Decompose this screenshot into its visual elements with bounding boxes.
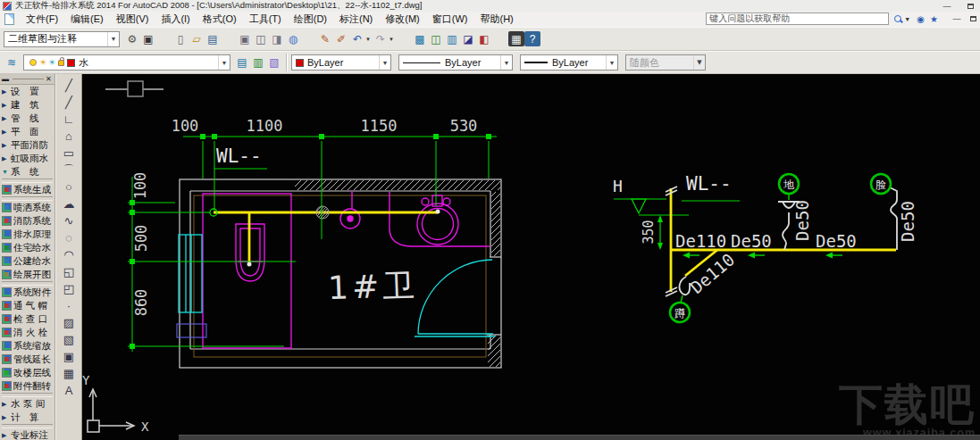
panel-grip[interactable] xyxy=(13,79,44,79)
layer-lock-icon[interactable] xyxy=(58,60,64,66)
search-caret-icon[interactable]: ▼ xyxy=(904,16,910,22)
sidebar-item-fire-system[interactable]: 消防系统 xyxy=(0,214,54,228)
plot-preview-icon[interactable]: ◫▼ xyxy=(253,31,269,46)
revcloud-icon[interactable]: ☁ xyxy=(56,195,81,212)
mtext-icon[interactable]: A xyxy=(56,382,81,399)
restore-button[interactable] xyxy=(963,1,977,11)
workspace-dropdown[interactable]: 二维草图与注释 ▼ xyxy=(4,31,120,47)
sidebar-item-building[interactable]: ▶ 建 筑 xyxy=(0,98,54,112)
gradient-icon[interactable]: ▧ xyxy=(56,331,81,348)
sidebar-item-system-generate[interactable]: 系统生成 xyxy=(0,183,54,196)
layer-freeze-icon[interactable]: ☀ xyxy=(39,58,46,67)
sidebar-item-accessory-flip[interactable]: 附件翻转 xyxy=(0,379,54,393)
make-block-icon[interactable]: ◰ xyxy=(56,280,81,297)
layer-properties-icon[interactable]: ▤ xyxy=(234,55,250,71)
menu-tools[interactable]: 工具(T) xyxy=(243,12,288,27)
tz-view-icon[interactable]: ▩▼ xyxy=(412,31,428,46)
save-icon[interactable]: ▤▼ xyxy=(205,31,221,46)
table-icon[interactable]: ▦ xyxy=(56,365,81,382)
menu-edit[interactable]: 编辑(E) xyxy=(64,12,110,27)
tz-frame-icon[interactable]: ◫▼ xyxy=(428,31,444,46)
sidebar-item-professional-annotation[interactable]: ▶ 专业标注 xyxy=(0,428,54,440)
lineweight-dropdown[interactable]: ByLayer ▼ xyxy=(520,54,618,71)
sidebar-item-system-accessories[interactable]: 系统附件 xyxy=(0,286,54,299)
rectangle-icon[interactable]: ▭ xyxy=(56,145,81,162)
minimize-button[interactable]: — xyxy=(940,1,954,11)
sidebar-item-residential-supply[interactable]: 住宅给水 xyxy=(0,241,54,254)
menu-modify[interactable]: 修改(M) xyxy=(379,12,426,27)
sidebar-item-plan[interactable]: ▶ 平 面 xyxy=(0,125,54,138)
menu-dimension[interactable]: 标注(N) xyxy=(333,12,379,27)
drawing-canvas[interactable]: 100 1100 1150 530 100 500 860 WL-- 1#卫 xyxy=(82,74,980,440)
sidebar-item-system[interactable]: ▼ 系 统 xyxy=(0,165,54,178)
menu-file[interactable]: 文件(F) xyxy=(20,12,64,27)
sidebar-item-vent-cap[interactable]: 通 气 帽 xyxy=(0,299,54,312)
tz-export-icon[interactable]: ◪▼ xyxy=(460,31,476,46)
sidebar-item-calculation[interactable]: ▶ 计 算 xyxy=(0,411,54,424)
sidebar-item-pipe-extend[interactable]: 管线延长 xyxy=(0,353,54,366)
region-icon[interactable]: ▣ xyxy=(56,348,81,365)
linetype-dropdown[interactable]: ByLayer ▼ xyxy=(398,54,513,71)
calculator-icon[interactable]: ▦▼ xyxy=(508,31,524,46)
polyline-icon[interactable]: ∟ xyxy=(56,111,81,128)
arc-icon[interactable]: ⌒ xyxy=(56,162,81,178)
point-icon[interactable]: · xyxy=(56,297,81,314)
tz-convert-icon[interactable]: ◧▼ xyxy=(476,31,492,46)
color-dropdown[interactable]: ByLayer ▼ xyxy=(291,54,391,71)
doc-minimize-button[interactable]: — xyxy=(950,14,964,24)
help-search-input[interactable] xyxy=(706,12,889,25)
layer-previous-icon[interactable]: ▧ xyxy=(266,55,282,71)
ellipse-icon[interactable]: ◌ xyxy=(56,229,81,246)
menu-format[interactable]: 格式(O) xyxy=(197,12,243,27)
web-publish-icon[interactable]: ◍▼ xyxy=(285,31,301,46)
sidebar-item-siphon-rain[interactable]: ▶ 虹吸雨水 xyxy=(0,152,54,165)
line-icon[interactable]: ╱ xyxy=(56,77,81,94)
communication-center-icon[interactable]: ◉ xyxy=(917,14,925,24)
layer-vp-freeze-icon[interactable]: ☀ xyxy=(48,58,55,67)
construction-line-icon[interactable]: ╱ xyxy=(56,94,81,111)
sidebar-item-sprinkler-system[interactable]: 喷洒系统 xyxy=(0,201,54,214)
doc-restore-button[interactable] xyxy=(966,14,980,24)
polygon-icon[interactable]: ⌂ xyxy=(56,128,81,145)
layer-on-icon[interactable] xyxy=(29,59,37,66)
favorites-star-icon[interactable]: ★ xyxy=(930,14,938,24)
sidebar-item-change-floor-line[interactable]: 改楼层线 xyxy=(0,366,54,379)
sidebar-item-settings[interactable]: ▶ 设 置 xyxy=(0,85,54,98)
sidebar-item-public-supply[interactable]: 公建给水 xyxy=(0,254,54,268)
tz-sheet-icon[interactable]: ▥▼ xyxy=(444,31,460,46)
panel-minimize-icon[interactable]: ▬ xyxy=(2,75,11,83)
publish-icon[interactable]: ◨▼ xyxy=(269,31,285,46)
sidebar-item-pipeline[interactable]: ▶ 管 线 xyxy=(0,112,54,125)
sidebar-item-system-scale[interactable]: 系统缩放 xyxy=(0,339,54,353)
layer-states-icon[interactable]: ▥ xyxy=(250,55,266,71)
sidebar-item-inspection-port[interactable]: 检 查 口 xyxy=(0,312,54,326)
ellipse-arc-icon[interactable]: ◠ xyxy=(56,246,81,263)
edit-pencil-icon[interactable]: ✐▼ xyxy=(333,31,349,46)
menu-help[interactable]: 帮助(H) xyxy=(474,12,520,27)
sidebar-item-drainage-schematic[interactable]: 排水原理 xyxy=(0,228,54,241)
horizontal-scrollbar[interactable] xyxy=(179,435,980,440)
hatch-icon[interactable]: ▨ xyxy=(56,314,81,331)
open-file-icon[interactable]: ▱▼ xyxy=(188,31,205,46)
sidebar-item-draw-unfolded[interactable]: 绘展开图 xyxy=(0,268,54,281)
sidebar-item-plan-fire[interactable]: ▶ 平面消防 xyxy=(0,138,54,152)
menu-draw[interactable]: 绘图(D) xyxy=(288,12,333,27)
help-icon[interactable]: ?▼ xyxy=(524,31,540,46)
menu-insert[interactable]: 插入(I) xyxy=(155,12,196,27)
menu-window[interactable]: 窗口(W) xyxy=(426,12,474,27)
new-file-icon[interactable]: ▯▼ xyxy=(172,31,188,46)
menu-view[interactable]: 视图(V) xyxy=(110,12,155,27)
panel-close-icon[interactable]: ✕ xyxy=(46,75,53,83)
sidebar-item-fire-hydrant[interactable]: 消 火 栓 xyxy=(0,326,54,339)
redo-icon[interactable]: ↷▼ xyxy=(373,31,389,46)
spline-icon[interactable]: ∿ xyxy=(56,212,81,229)
layer-dropdown[interactable]: ☀ ☀ 水 ▼ xyxy=(23,54,230,71)
search-icon[interactable] xyxy=(894,15,902,23)
plot-icon[interactable]: ▣▼ xyxy=(237,31,253,46)
sidebar-item-pump-room[interactable]: ▶ 水 泵 间 xyxy=(0,397,54,411)
undo-icon[interactable]: ↶▼ xyxy=(349,31,365,46)
layer-manager-icon[interactable]: ≋ xyxy=(4,55,20,71)
insert-block-icon[interactable]: ◱ xyxy=(56,263,81,280)
workspace-save-icon[interactable]: ▣▼ xyxy=(140,31,156,46)
circle-icon[interactable]: ○ xyxy=(56,178,81,195)
